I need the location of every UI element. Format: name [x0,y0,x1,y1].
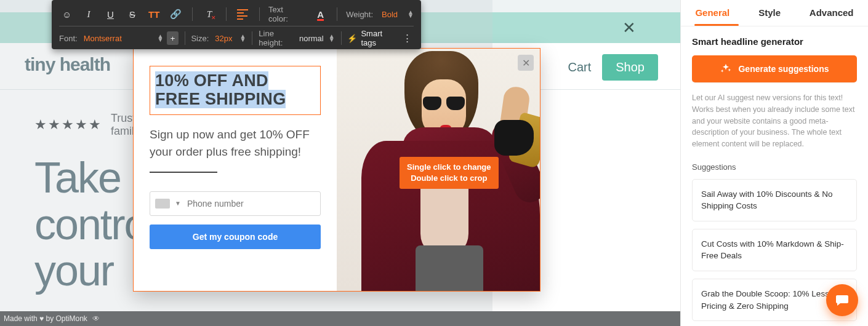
panel-description: Let our AI suggest new versions for this… [692,92,857,150]
text-color-picker[interactable]: A [313,6,328,22]
image-hint-line1: Single click to change [407,162,491,173]
emoji-icon[interactable]: ☺ [59,6,74,22]
phone-input-group[interactable]: ▼ [150,191,321,216]
headline-line-1[interactable]: 10% OFF AND [155,71,268,90]
text-color-label: Text color: [268,5,304,23]
size-value[interactable]: 32px [215,34,232,43]
chat-fab[interactable] [826,284,858,316]
nav-cart[interactable]: Cart [568,60,591,74]
tab-general[interactable]: General [694,5,731,24]
lineheight-label: Line height: [259,29,293,47]
text-toolbar[interactable]: ☺ I U S TT 🔗 T✕ Text color: A Weight: Bo… [52,0,421,49]
made-with-label: Made with ♥ by OptiMonk [4,314,87,323]
add-font-button[interactable]: + [167,31,178,45]
tab-style[interactable]: Style [757,5,782,24]
lineheight-stepper-icon[interactable] [329,34,335,42]
site-logo: tiny health [25,54,110,75]
weight-value[interactable]: Bold [382,10,398,19]
headline-line-2[interactable]: FREE SHIPPING [155,90,286,108]
font-stepper-icon[interactable] [158,34,164,42]
country-dropdown-icon[interactable]: ▼ [175,200,181,207]
stars-icon: ★★★★★ [34,117,102,133]
font-value[interactable]: Montserrat [84,34,122,43]
underline-icon[interactable]: U [103,6,118,22]
lineheight-value[interactable]: normal [299,34,324,43]
image-edit-tooltip: Single click to change Double click to c… [400,157,499,189]
popup-modal[interactable]: 10% OFF AND FREE SHIPPING Sign up now an… [133,48,540,292]
size-stepper-icon[interactable] [240,34,246,42]
bolt-icon: ⚡ [347,34,357,43]
strikethrough-icon[interactable]: S [124,6,140,22]
popup-subtext[interactable]: Sign up now and get 10% OFF your order p… [150,126,321,160]
banner-close-icon[interactable]: ✕ [621,20,637,36]
textcase-icon[interactable]: TT [147,6,162,22]
country-flag-icon[interactable] [155,199,170,209]
smart-tags-button[interactable]: Smart tags [361,29,393,47]
link-icon[interactable]: 🔗 [168,6,183,22]
image-hint-line2: Double click to crop [407,173,491,184]
panel-tabs: General Style Advanced [681,0,868,24]
chat-icon [835,293,850,308]
size-label: Size: [191,34,209,43]
nav-shop-button[interactable]: Shop [602,54,658,81]
sparkle-icon [720,63,732,75]
divider [150,172,217,173]
suggestions-label: Suggestions [692,162,857,172]
suggestion-card[interactable]: Cut Costs with 10% Markdown & Ship-Free … [692,229,857,271]
tab-advanced[interactable]: Advanced [808,5,855,24]
headline-element-selected[interactable]: 10% OFF AND FREE SHIPPING [150,66,321,115]
footer-note: Made with ♥ by OptiMonk 👁 [0,311,680,326]
font-label: Font: [59,34,78,43]
suggestion-card[interactable]: Sail Away with 10% Discounts & No Shippi… [692,179,857,221]
popup-close-icon[interactable]: ✕ [518,55,534,71]
visibility-icon[interactable]: 👁 [92,314,100,323]
cta-button[interactable]: Get my coupon code [150,225,321,249]
clear-format-icon[interactable]: T✕ [201,6,217,22]
generate-suggestions-button[interactable]: Generate suggestions [692,55,857,82]
italic-icon[interactable]: I [81,6,96,22]
weight-label: Weight: [346,10,373,19]
toolbar-more-icon[interactable]: ⋮ [400,30,414,46]
weight-stepper-icon[interactable] [408,10,414,18]
popup-left: 10% OFF AND FREE SHIPPING Sign up now an… [134,49,337,291]
panel-title: Smart headline generator [692,36,857,47]
side-panel: General Style Advanced Smart headline ge… [680,0,868,326]
align-icon[interactable] [235,6,251,22]
generate-suggestions-label: Generate suggestions [738,64,829,74]
site-nav: Cart Shop [568,54,658,81]
phone-number-input[interactable] [186,198,315,209]
preview-area: se of a Baseline Assessment ✕ tiny healt… [0,0,680,326]
popup-image[interactable]: ✕ Single click to change Double click to… [337,49,540,291]
